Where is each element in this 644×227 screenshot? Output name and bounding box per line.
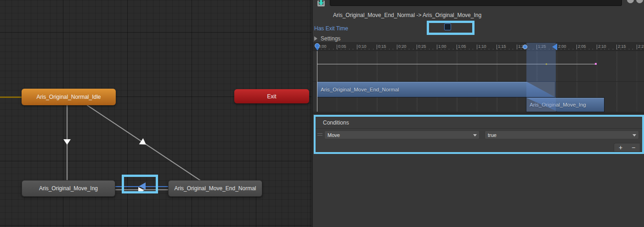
- tick: [497, 45, 497, 49]
- tick-label: 2:15: [618, 44, 626, 49]
- state-node-exit[interactable]: Exit: [234, 89, 309, 103]
- tick-label: 1:05: [458, 44, 466, 49]
- clip-label: Aris_Original_Move_End_Normal: [321, 87, 399, 92]
- transition-start-marker[interactable]: [523, 45, 527, 49]
- transition-name-field[interactable]: [330, 0, 622, 6]
- tick: [477, 45, 477, 49]
- tick: [377, 45, 377, 49]
- state-node-default-idle[interactable]: Aris_Original_Normal_Idle: [22, 89, 116, 105]
- tick: [417, 45, 417, 49]
- condition-list-buttons: + −: [614, 143, 640, 152]
- tick-label: 1:15: [498, 44, 506, 49]
- entry-transition-line: [0, 96, 22, 98]
- has-exit-time-label: Has Exit Time: [314, 25, 348, 32]
- tick: [637, 45, 637, 49]
- ruler-minor-ticks: [317, 49, 643, 50]
- settings-foldout[interactable]: Settings: [321, 35, 340, 42]
- add-condition-button[interactable]: +: [614, 143, 627, 152]
- transition-route-label: Aris_Original_Move_End_Normal -> Aris_Or…: [333, 12, 481, 18]
- tick-label: 0:15: [378, 44, 386, 49]
- tick: [517, 45, 517, 49]
- highlight-box-transition-arrow: [122, 175, 158, 193]
- transition-timeline[interactable]: 0:00 0:05 0:10 0:15 0:20 0:25 1:00 1:05 …: [313, 42, 644, 114]
- chevron-down-icon: [473, 134, 477, 136]
- help-icon[interactable]: [627, 0, 634, 3]
- conditions-section: Conditions Move true + −: [314, 115, 644, 154]
- playhead-pin-tip: [316, 48, 319, 51]
- tick-label: 2:10: [598, 44, 606, 49]
- tick-label: 0:25: [418, 44, 426, 49]
- transition-region-band[interactable]: [526, 43, 556, 112]
- transition-icon: [316, 0, 326, 8]
- foldout-arrow-icon[interactable]: [314, 36, 317, 41]
- tick-label: 1:10: [478, 44, 486, 49]
- unity-animator-window: Aris_Original_Normal_Idle Exit Aris_Orig…: [0, 0, 644, 227]
- timeline-ruler[interactable]: 0:00 0:05 0:10 0:15 0:20 0:25 1:00 1:05 …: [313, 43, 644, 51]
- tick: [437, 45, 437, 49]
- tick-label: 0:10: [358, 44, 367, 49]
- state-label: Exit: [267, 93, 276, 100]
- tick-label: 2:00: [558, 44, 566, 49]
- tick-label: 2:2: [638, 44, 644, 49]
- tick: [457, 45, 457, 49]
- remove-condition-button[interactable]: −: [627, 143, 640, 152]
- animator-graph-canvas[interactable]: Aris_Original_Normal_Idle Exit Aris_Orig…: [0, 0, 311, 227]
- inspector-panel: Aris_Original_Move_End_Normal -> Aris_Or…: [311, 0, 644, 227]
- tick: [357, 45, 357, 49]
- tick: [576, 45, 577, 49]
- state-node-move-ing[interactable]: Aris_Original_Move_Ing: [22, 180, 115, 197]
- transition-end-marker-bar[interactable]: [556, 44, 557, 50]
- tick-label: 0:20: [398, 44, 407, 49]
- tick-label: 2:05: [578, 44, 586, 49]
- state-label: Aris_Original_Normal_Idle: [36, 94, 101, 100]
- tick: [597, 45, 597, 49]
- playhead-line: [317, 51, 317, 112]
- tick: [616, 45, 617, 49]
- clip-bar-source[interactable]: Aris_Original_Move_End_Normal: [317, 81, 555, 97]
- tick-label: 0:05: [338, 44, 346, 49]
- divider: [316, 128, 642, 129]
- condition-value: true: [488, 132, 497, 138]
- transition-arrow-down-icon[interactable]: [63, 139, 71, 145]
- transition-end-marker-icon[interactable]: [552, 44, 556, 50]
- state-node-move-end-normal[interactable]: Aris_Original_Move_End_Normal: [168, 180, 262, 197]
- state-label: Aris_Original_Move_Ing: [39, 185, 98, 192]
- condition-drag-handle[interactable]: [317, 133, 322, 136]
- condition-parameter-dropdown[interactable]: Move: [324, 131, 480, 139]
- tick: [337, 45, 337, 49]
- blend-curve-endpoint-icon[interactable]: [595, 63, 597, 65]
- chevron-down-icon: [633, 134, 636, 136]
- conditions-header: Conditions: [323, 119, 349, 126]
- highlight-box-checkbox: [427, 21, 475, 35]
- condition-value-dropdown[interactable]: true: [485, 131, 639, 139]
- tick-label: 1:00: [438, 44, 446, 49]
- state-label: Aris_Original_Move_End_Normal: [174, 185, 256, 192]
- tick: [397, 45, 397, 49]
- gear-icon[interactable]: [636, 0, 643, 3]
- condition-parameter-value: Move: [328, 132, 340, 138]
